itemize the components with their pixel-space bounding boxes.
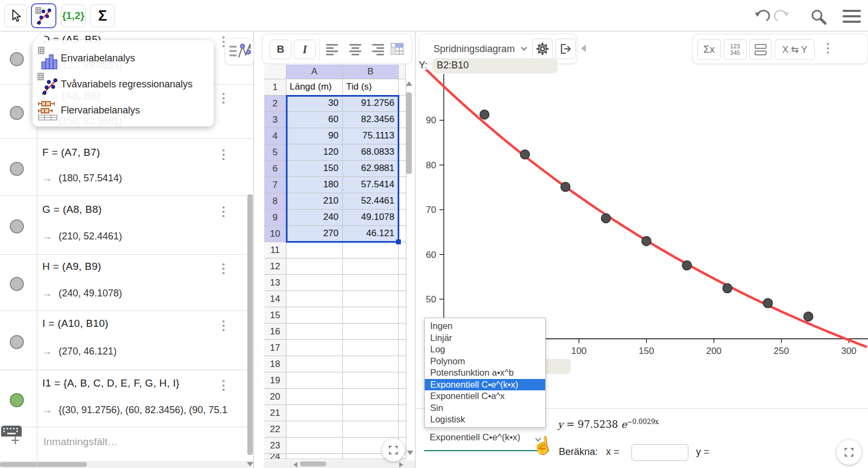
row-header[interactable]: 8 xyxy=(264,193,286,210)
cell-c1[interactable] xyxy=(399,79,406,96)
cell-b11[interactable] xyxy=(343,242,399,258)
cell-c19[interactable] xyxy=(399,372,406,389)
cell-a6[interactable]: 150 xyxy=(286,161,343,177)
cell-b1[interactable]: Tid (s) xyxy=(343,79,399,96)
cell-a5[interactable]: 120 xyxy=(286,144,343,161)
cell-b18[interactable] xyxy=(343,356,399,372)
statistics-button[interactable]: Σx xyxy=(697,39,721,60)
cell-c13[interactable] xyxy=(399,275,406,291)
cell-c18[interactable] xyxy=(399,356,406,372)
cell-a16[interactable] xyxy=(286,324,343,340)
visibility-toggle[interactable] xyxy=(10,393,24,407)
cell-b14[interactable] xyxy=(343,291,399,307)
regression-option-polynom[interactable]: Polynom xyxy=(425,356,545,368)
sheet-hscrollbar-thumb[interactable] xyxy=(300,461,326,466)
row-header[interactable]: 12 xyxy=(264,258,286,275)
row-options-kebab[interactable] xyxy=(220,263,227,277)
data-frequency-button[interactable]: 123345 xyxy=(724,39,746,60)
row-options-kebab[interactable] xyxy=(220,320,227,334)
cell-a21[interactable] xyxy=(286,405,343,421)
algebra-row[interactable]: F = (A7, B7)→(180, 57.5414) xyxy=(0,139,253,196)
cell-c22[interactable] xyxy=(399,421,406,438)
row-options-kebab[interactable] xyxy=(220,92,227,106)
menu-item-multi-variable[interactable]: Flervariabelanalys xyxy=(33,97,214,123)
regression-option-exponentiell-c-e-k-x-[interactable]: Exponentiell C•e^(k•x) xyxy=(425,379,545,391)
cell-b8[interactable]: 52.4461 xyxy=(343,193,399,210)
cell-a10[interactable]: 270 xyxy=(286,226,343,242)
cell-b12[interactable] xyxy=(343,258,399,275)
cell-c20[interactable] xyxy=(399,389,406,405)
cell-a4[interactable]: 90 xyxy=(286,128,343,144)
cell-a20[interactable] xyxy=(286,389,343,405)
algebra-input-placeholder[interactable]: Inmatningsfält… xyxy=(43,436,118,448)
cell-c6[interactable] xyxy=(399,161,406,177)
row-header[interactable]: 19 xyxy=(264,372,286,389)
menu-item-two-variable-regression[interactable]: Tvåvariabels regressionanalys xyxy=(33,71,214,97)
cell-a9[interactable]: 240 xyxy=(286,210,343,226)
row-header[interactable]: 23 xyxy=(264,438,286,454)
plot-type-select[interactable]: Spridningsdiagram xyxy=(433,43,515,55)
export-button[interactable] xyxy=(555,39,576,59)
cell-b2[interactable]: 91.2756 xyxy=(343,96,399,112)
align-right-button[interactable] xyxy=(369,41,387,58)
menu-button[interactable] xyxy=(841,8,863,25)
cell-c7[interactable] xyxy=(399,177,406,193)
cell-a3[interactable]: 60 xyxy=(286,112,343,128)
swap-xy-button[interactable]: X ⇆ Y xyxy=(775,39,815,60)
cell-c11[interactable] xyxy=(399,242,406,258)
visibility-toggle[interactable] xyxy=(10,52,24,66)
regression-option-logistisk[interactable]: Logistisk xyxy=(425,414,545,426)
cell-c14[interactable] xyxy=(399,291,406,307)
regression-option-log[interactable]: Log xyxy=(425,344,545,356)
regression-option-ingen[interactable]: Ingen xyxy=(425,320,545,332)
move-tool-button[interactable] xyxy=(4,4,27,27)
regression-model-select[interactable]: Exponentiell C•e^(k•x) xyxy=(430,432,520,443)
search-button[interactable] xyxy=(808,7,829,27)
selection-fill-handle[interactable] xyxy=(396,239,401,244)
cell-b17[interactable] xyxy=(343,340,399,356)
cell-c5[interactable] xyxy=(399,144,406,161)
regression-option-sin[interactable]: Sin xyxy=(425,402,545,414)
algebra-input-row[interactable]: + Inmatningsfält… xyxy=(0,427,253,459)
cell-c21[interactable] xyxy=(399,405,406,421)
cell-b19[interactable] xyxy=(343,372,399,389)
bold-button[interactable]: B xyxy=(270,40,291,59)
row-header[interactable]: 20 xyxy=(264,389,286,405)
cell-b21[interactable] xyxy=(343,405,399,421)
cell-c3[interactable] xyxy=(399,112,406,128)
cell-a12[interactable] xyxy=(286,258,343,275)
algebra-row[interactable]: I1 = {A, B, C, D, E, F, G, H, I}→{(30, 9… xyxy=(0,370,253,427)
cell-b22[interactable] xyxy=(343,421,399,438)
regression-option-potensfunktion-a-x-b[interactable]: Potensfunktion a•x^b xyxy=(425,367,545,379)
align-center-button[interactable] xyxy=(346,41,364,58)
row-header[interactable]: 13 xyxy=(264,275,286,291)
cell-a18[interactable] xyxy=(286,356,343,372)
row-header[interactable]: 22 xyxy=(264,421,286,438)
menu-item-one-variable[interactable]: Envariabelanalys xyxy=(33,45,214,71)
algebra-row[interactable]: I = (A10, B10)→(270, 46.121) xyxy=(0,311,253,370)
row-options-kebab[interactable] xyxy=(220,149,227,163)
cell-b13[interactable] xyxy=(343,275,399,291)
cell-b16[interactable] xyxy=(343,324,399,340)
row-header[interactable]: 15 xyxy=(264,307,286,324)
cell-b15[interactable] xyxy=(343,307,399,324)
cell-c4[interactable] xyxy=(399,128,406,144)
plot-fullscreen-button[interactable] xyxy=(837,440,861,465)
cell-b10[interactable]: 46.121 xyxy=(343,226,399,242)
row-options-kebab[interactable] xyxy=(220,380,227,394)
cell-c8[interactable] xyxy=(399,193,406,210)
regression-tool-button[interactable] xyxy=(31,3,56,28)
cell-a14[interactable] xyxy=(286,291,343,307)
scroll-right-arrow[interactable] xyxy=(399,462,403,467)
regression-option-exponentiell-c-a-x[interactable]: Exponentiell C•a^x xyxy=(425,390,545,402)
scroll-up-arrow[interactable] xyxy=(406,81,412,86)
scroll-left-arrow[interactable] xyxy=(293,462,297,467)
algebra-row[interactable]: H = (A9, B9)→(240, 49.1078) xyxy=(0,255,253,311)
row-header[interactable]: 11 xyxy=(264,242,286,258)
row-header[interactable]: 6 xyxy=(264,161,286,177)
row-header[interactable]: 7 xyxy=(264,177,286,193)
row-header[interactable]: 18 xyxy=(264,356,286,372)
visibility-toggle[interactable] xyxy=(10,219,24,233)
plot-settings-button[interactable] xyxy=(532,39,553,59)
virtual-keyboard-button[interactable] xyxy=(1,426,22,437)
